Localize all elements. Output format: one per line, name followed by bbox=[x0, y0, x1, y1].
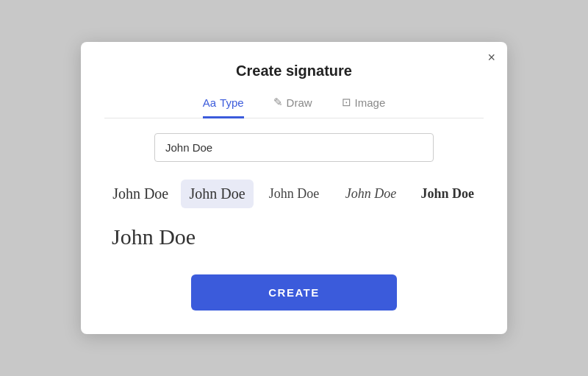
draw-icon: ✎ bbox=[273, 96, 283, 109]
sig-style-3-text: John Doe bbox=[269, 186, 320, 201]
sig-style-2-text: John Doe bbox=[190, 185, 245, 202]
name-input-row bbox=[104, 133, 484, 162]
sig-style-1[interactable]: John Doe bbox=[104, 180, 176, 208]
tab-draw[interactable]: ✎ Draw bbox=[273, 96, 312, 118]
signature-style-options: John Doe John Doe John Doe John Doe John… bbox=[104, 177, 484, 211]
sig-style-4[interactable]: John Doe bbox=[334, 180, 406, 207]
type-icon: Aa bbox=[203, 96, 216, 109]
tab-draw-label: Draw bbox=[287, 96, 312, 109]
sig-style-1-text: John Doe bbox=[112, 185, 168, 202]
sig-style-5[interactable]: John Doe bbox=[412, 180, 484, 207]
tab-bar: Aa Type ✎ Draw ⊡ Image bbox=[104, 96, 484, 118]
sig-style-4-text: John Doe bbox=[345, 186, 396, 201]
tab-image[interactable]: ⊡ Image bbox=[342, 96, 386, 118]
tab-image-label: Image bbox=[355, 96, 386, 109]
name-input[interactable] bbox=[154, 133, 434, 162]
close-button[interactable]: × bbox=[487, 51, 495, 64]
tab-type-label: Type bbox=[220, 96, 244, 109]
sig-style-2[interactable]: John Doe bbox=[181, 180, 253, 208]
selected-signature-preview: John Doe bbox=[104, 224, 484, 260]
sig-style-5-text: John Doe bbox=[421, 186, 475, 201]
sig-style-3[interactable]: John Doe bbox=[258, 180, 330, 207]
modal-title: Create signature bbox=[104, 63, 484, 79]
create-signature-modal: × Create signature Aa Type ✎ Draw ⊡ Imag… bbox=[81, 42, 507, 334]
create-button[interactable]: CREATE bbox=[191, 274, 397, 311]
image-icon: ⊡ bbox=[342, 96, 351, 109]
tab-type[interactable]: Aa Type bbox=[203, 96, 244, 118]
